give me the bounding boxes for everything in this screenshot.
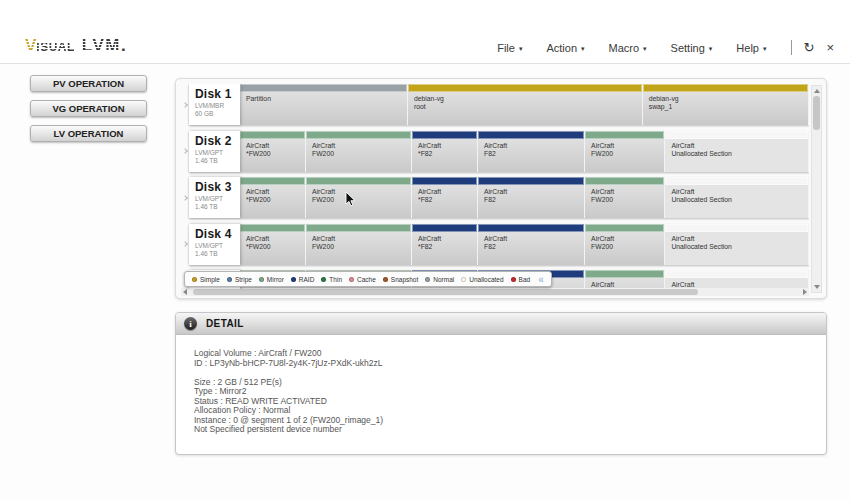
section-body: AirCraftF82 (478, 185, 584, 218)
section-vg-label: AirCraft (312, 188, 411, 196)
disk-section[interactable]: AirCraft*FW200 (240, 131, 306, 172)
disk-section[interactable]: AirCraftFW200 (585, 270, 665, 289)
section-body: debian-vgroot (408, 92, 642, 125)
legend-item-bad: Bad (511, 276, 531, 283)
disk-section[interactable]: debian-vgswap_1 (643, 84, 809, 125)
vertical-scroll-thumb[interactable] (813, 96, 820, 130)
disk-card[interactable]: Disk 2LVM/GPT1.46 TB (189, 131, 240, 172)
disk-section[interactable]: AirCraft*F82 (412, 224, 478, 265)
disk-section[interactable]: AirCraftF82 (478, 177, 585, 218)
scroll-down-icon[interactable] (814, 285, 820, 289)
section-lv-label: FW200 (312, 150, 411, 158)
section-lv-label: *FW200 (246, 243, 305, 251)
refresh-icon[interactable]: ↻ (804, 40, 815, 55)
pv-operation-button[interactable]: PV OPERATION (30, 75, 147, 92)
section-vg-label: debian-vg (414, 95, 642, 103)
menu-item-action[interactable]: Action▾ (546, 42, 584, 54)
scroll-up-icon[interactable] (814, 89, 820, 93)
disk-section[interactable]: AirCraftFW200 (306, 131, 412, 172)
vertical-scrollbar[interactable] (811, 85, 822, 293)
section-type-bar (585, 131, 664, 139)
horizontal-scroll-thumb[interactable] (193, 289, 698, 295)
chevron-down-icon: ▾ (519, 45, 523, 53)
disk-section[interactable]: AirCraftUnallocated Section (665, 177, 809, 218)
disk-card[interactable]: Disk 1LVM/MBR60 GB (189, 84, 240, 125)
disk-section[interactable]: AirCraftFW200 (585, 131, 665, 172)
detail-panel: i DETAIL Logical Volume : AirCraft / FW2… (175, 312, 827, 455)
row-expand-chevron[interactable] (181, 177, 189, 218)
disk-section[interactable]: AirCraft*FW200 (240, 177, 306, 218)
row-expand-chevron[interactable] (181, 224, 189, 265)
disk-row-main: Disk 4LVM/GPT1.46 TBAirCraft*FW200AirCra… (189, 224, 809, 265)
section-type-bar (665, 131, 808, 139)
section-vg-label: AirCraft (312, 142, 411, 150)
row-expand-chevron[interactable] (181, 131, 189, 172)
disk-section[interactable]: AirCraftUnallocated Section (665, 224, 809, 265)
section-body: AirCraft*FW200 (240, 139, 305, 172)
disk-section[interactable]: AirCraft*F82 (412, 131, 478, 172)
section-lv-label: FW200 (312, 196, 411, 204)
menu-item-file[interactable]: File▾ (497, 42, 522, 54)
legend-item-thin: Thin (321, 276, 342, 283)
logo-dot: . (121, 36, 126, 56)
disk-section[interactable]: Partition (240, 84, 408, 125)
scroll-left-icon[interactable] (183, 289, 187, 295)
section-lv-label: FW200 (312, 243, 411, 251)
section-vg-label: AirCraft (591, 188, 664, 196)
menu-item-macro[interactable]: Macro▾ (609, 42, 647, 54)
menu-item-label: Action (546, 42, 577, 54)
legend-label: RAID (299, 276, 315, 283)
section-body: AirCraft*FW200 (240, 185, 305, 218)
section-type-bar (665, 270, 808, 278)
disk-section[interactable]: AirCraftFW200 (306, 177, 412, 218)
disk-card[interactable]: Disk 3LVM/GPT1.46 TB (189, 177, 240, 218)
row-expand-chevron[interactable] (181, 84, 189, 125)
section-vg-label: AirCraft (418, 188, 477, 196)
vg-operation-button[interactable]: VG OPERATION (30, 100, 147, 117)
close-icon[interactable]: × (826, 40, 834, 55)
horizontal-scrollbar[interactable] (181, 288, 809, 296)
disk-section[interactable]: AirCraftUnallocated Section (665, 270, 809, 289)
section-lv-label: Unallocated Section (671, 243, 808, 251)
legend-item-stripe: Stripe (227, 276, 252, 283)
disk-row-main: Disk 1LVM/MBR60 GBPartitiondebian-vgroot… (189, 84, 809, 125)
disk-section[interactable]: AirCraftFW200 (585, 224, 665, 265)
section-vg-label: AirCraft (418, 235, 477, 243)
disk-row-main: Disk 3LVM/GPT1.46 TBAirCraft*FW200AirCra… (189, 177, 809, 218)
scroll-right-icon[interactable] (803, 289, 807, 295)
legend-dot-icon (511, 277, 516, 282)
disk-section[interactable]: AirCraftFW200 (585, 177, 665, 218)
section-body: AirCraftUnallocated Section (665, 139, 808, 172)
menu-item-help[interactable]: Help▾ (736, 42, 766, 54)
legend-label: Unallocated (469, 276, 503, 283)
chevron-down-icon: ▾ (643, 45, 647, 53)
disk-section[interactable]: AirCraftUnallocated Section (665, 131, 809, 172)
disk-row: Disk 1LVM/MBR60 GBPartitiondebian-vgroot… (181, 84, 809, 125)
section-type-bar (478, 224, 584, 232)
disk-section[interactable]: AirCraft*FW200 (240, 224, 306, 265)
disk-section[interactable]: AirCraftFW200 (306, 224, 412, 265)
disk-section[interactable]: AirCraft*F82 (412, 177, 478, 218)
disk-sections: AirCraft*FW200AirCraftFW200AirCraft*F82A… (240, 177, 809, 218)
disk-section[interactable]: AirCraftF82 (478, 224, 585, 265)
legend-bar: SimpleStripeMirrorRAIDThinCacheSnapshotN… (184, 271, 552, 287)
legend-dot-icon (461, 277, 466, 282)
chevron-down-icon: ▾ (581, 45, 585, 53)
legend-label: Cache (357, 276, 376, 283)
legend-label: Snapshot (391, 276, 418, 283)
section-lv-label: *F82 (418, 196, 477, 204)
lv-operation-button[interactable]: LV OPERATION (30, 125, 147, 142)
detail-line (194, 368, 826, 378)
sidebar: PV OPERATIONVG OPERATIONLV OPERATION (30, 75, 147, 142)
disk-card[interactable]: Disk 4LVM/GPT1.46 TB (189, 224, 240, 265)
menu-divider (791, 40, 792, 55)
chevron-right-icon (182, 148, 188, 154)
chevron-right-icon (182, 102, 188, 108)
section-lv-label: FW200 (591, 196, 664, 204)
section-lv-label: F82 (484, 150, 584, 158)
section-vg-label: AirCraft (484, 235, 584, 243)
disk-section[interactable]: AirCraftF82 (478, 131, 585, 172)
disk-section[interactable]: debian-vgroot (408, 84, 643, 125)
legend-collapse-icon[interactable]: « (538, 274, 544, 285)
menu-item-setting[interactable]: Setting▾ (671, 42, 713, 54)
